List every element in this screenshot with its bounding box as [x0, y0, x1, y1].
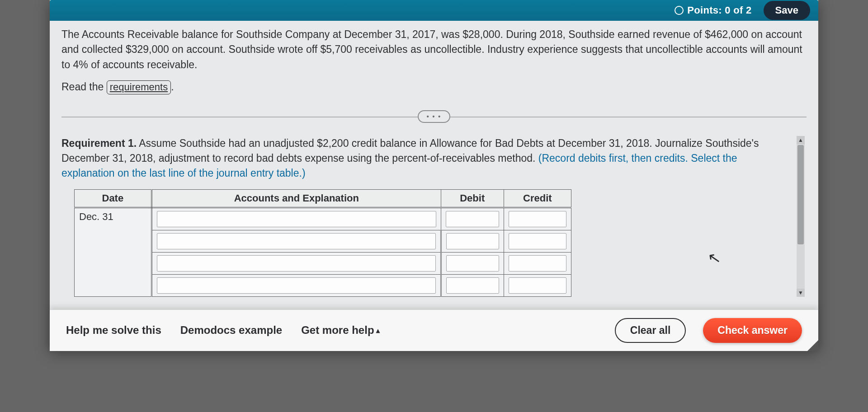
top-bar: Points: 0 of 2 Save: [50, 0, 818, 21]
get-more-help-menu[interactable]: Get more help: [301, 324, 380, 337]
debit-input-1[interactable]: [446, 211, 499, 227]
requirement-scroll-pane: Requirement 1. Assume Southside had an u…: [61, 136, 807, 297]
credit-input-1[interactable]: [509, 211, 566, 227]
expand-pill[interactable]: • • •: [418, 110, 450, 123]
scroll-thumb[interactable]: [797, 145, 804, 244]
demodocs-link[interactable]: Demodocs example: [180, 324, 282, 337]
body-area: The Accounts Receivable balance for Sout…: [50, 21, 818, 297]
read-suffix: .: [171, 81, 174, 93]
clear-all-button[interactable]: Clear all: [615, 318, 686, 343]
credit-input-3[interactable]: [509, 255, 566, 272]
assignment-panel: Points: 0 of 2 Save The Accounts Receiva…: [50, 0, 818, 351]
footer-bar: Help me solve this Demodocs example Get …: [50, 309, 818, 351]
vertical-scrollbar[interactable]: ▲ ▼: [797, 136, 805, 297]
debit-input-3[interactable]: [446, 255, 499, 272]
account-input-3[interactable]: [157, 255, 436, 272]
col-credit: Credit: [504, 189, 571, 207]
debit-input-4[interactable]: [446, 277, 499, 294]
requirement-heading: Requirement 1.: [61, 137, 137, 149]
read-requirements-line: Read the requirements.: [61, 80, 807, 94]
debit-input-2[interactable]: [446, 233, 499, 249]
account-input-2[interactable]: [157, 233, 436, 249]
col-acct: Accounts and Explanation: [151, 189, 441, 207]
requirement-text: Requirement 1. Assume Southside had an u…: [61, 136, 793, 181]
points-label: Points: 0 of 2: [687, 5, 751, 16]
col-debit: Debit: [441, 189, 504, 207]
scroll-down-arrow-icon[interactable]: ▼: [797, 289, 805, 297]
section-separator: • • •: [61, 104, 807, 129]
footer-left: Help me solve this Demodocs example Get …: [66, 324, 598, 337]
credit-input-2[interactable]: [509, 233, 566, 249]
points-indicator: Points: 0 of 2: [675, 5, 751, 16]
help-me-solve-link[interactable]: Help me solve this: [66, 324, 161, 337]
points-circle-icon: [675, 6, 684, 15]
resize-corner-icon[interactable]: [807, 340, 818, 351]
journal-entry-table: Date Accounts and Explanation Debit Cred…: [74, 189, 571, 297]
date-cell: Dec. 31: [75, 207, 152, 296]
account-input-4[interactable]: [157, 277, 436, 294]
credit-input-4[interactable]: [509, 277, 566, 294]
save-button[interactable]: Save: [764, 1, 810, 20]
table-row: Dec. 31: [75, 207, 571, 230]
journal-entry-table-wrap: Date Accounts and Explanation Debit Cred…: [74, 189, 793, 297]
read-prefix: Read the: [61, 81, 107, 93]
account-input-1[interactable]: [157, 211, 436, 227]
requirements-link[interactable]: requirements: [107, 80, 171, 94]
problem-statement: The Accounts Receivable balance for Sout…: [61, 27, 807, 72]
scroll-up-arrow-icon[interactable]: ▲: [797, 136, 805, 144]
check-answer-button[interactable]: Check answer: [703, 318, 802, 343]
col-date: Date: [75, 189, 152, 207]
